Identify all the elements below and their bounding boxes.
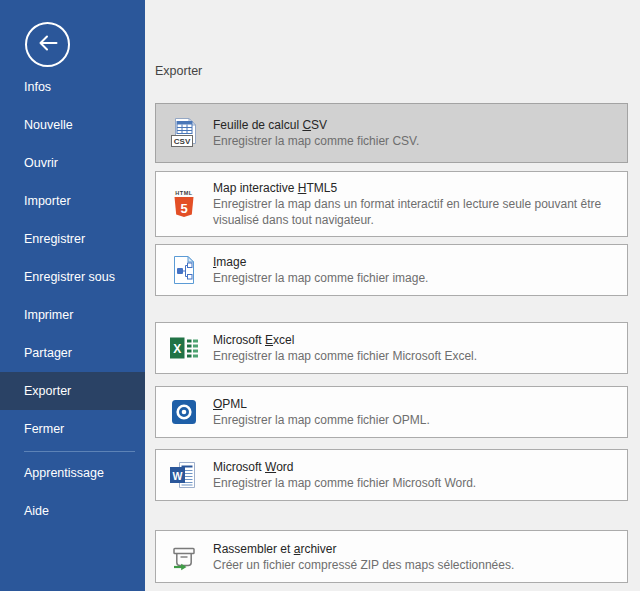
- back-arrow-icon: [35, 30, 61, 60]
- sidebar-nav: Infos Nouvelle Ouvrir Importer Enregistr…: [0, 68, 145, 530]
- html5-icon: HTML 5: [168, 188, 200, 220]
- sidebar-item-enregistrer-sous[interactable]: Enregistrer sous: [0, 258, 145, 296]
- image-export-icon: [168, 254, 200, 286]
- sidebar-item-partager[interactable]: Partager: [0, 334, 145, 372]
- archive-icon: [168, 541, 200, 573]
- sidebar-item-nouvelle[interactable]: Nouvelle: [0, 106, 145, 144]
- sidebar-item-exporter[interactable]: Exporter: [0, 372, 145, 410]
- export-option-image[interactable]: Image Enregistrer la map comme fichier i…: [155, 244, 628, 296]
- export-option-desc: Enregistrer la map dans un format intera…: [213, 196, 617, 228]
- export-option-title: Image: [213, 254, 428, 270]
- svg-text:5: 5: [180, 201, 187, 216]
- sidebar-item-importer[interactable]: Importer: [0, 182, 145, 220]
- svg-text:HTML: HTML: [175, 190, 193, 196]
- sidebar-divider: [24, 451, 135, 452]
- export-option-desc: Enregistrer la map comme fichier Microso…: [213, 348, 477, 364]
- sidebar-item-enregistrer[interactable]: Enregistrer: [0, 220, 145, 258]
- page-title: Exporter: [155, 64, 640, 79]
- export-option-excel[interactable]: X Microsoft Excel Enregistrer la map com…: [155, 322, 628, 374]
- excel-icon: X: [168, 332, 200, 364]
- export-option-title: Feuille de calcul CSV: [213, 117, 419, 133]
- sidebar-item-imprimer[interactable]: Imprimer: [0, 296, 145, 334]
- csv-file-icon: CSV: [168, 117, 200, 149]
- svg-text:W: W: [173, 470, 183, 482]
- export-option-html5[interactable]: HTML 5 Map interactive HTML5 Enregistrer…: [155, 171, 628, 237]
- sidebar-item-fermer[interactable]: Fermer: [0, 410, 145, 448]
- sidebar-item-ouvrir[interactable]: Ouvrir: [0, 144, 145, 182]
- sidebar-item-infos[interactable]: Infos: [0, 68, 145, 106]
- export-option-title: Map interactive HTML5: [213, 180, 617, 196]
- backstage-sidebar: Infos Nouvelle Ouvrir Importer Enregistr…: [0, 0, 145, 591]
- export-option-word[interactable]: W Microsoft Word Enregistrer la map comm…: [155, 449, 628, 501]
- export-option-desc: Créer un fichier compressé ZIP des maps …: [213, 557, 514, 573]
- export-option-title: Microsoft Word: [213, 459, 476, 475]
- sidebar-item-apprentissage[interactable]: Apprentissage: [0, 454, 145, 492]
- export-option-title: Rassembler et archiver: [213, 541, 514, 557]
- export-option-desc: Enregistrer la map comme fichier OPML.: [213, 412, 430, 428]
- export-options-list: CSV Feuille de calcul CSV Enregistrer la…: [155, 103, 640, 583]
- export-option-desc: Enregistrer la map comme fichier Microso…: [213, 475, 476, 491]
- svg-text:CSV: CSV: [174, 137, 191, 146]
- export-option-desc: Enregistrer la map comme fichier image.: [213, 270, 428, 286]
- export-option-title: Microsoft Excel: [213, 332, 477, 348]
- export-option-archive[interactable]: Rassembler et archiver Créer un fichier …: [155, 530, 628, 583]
- export-option-csv[interactable]: CSV Feuille de calcul CSV Enregistrer la…: [155, 103, 628, 163]
- sidebar-item-aide[interactable]: Aide: [0, 492, 145, 530]
- svg-text:X: X: [173, 342, 181, 356]
- export-option-desc: Enregistrer la map comme fichier CSV.: [213, 133, 419, 149]
- opml-icon: [168, 396, 200, 428]
- export-panel: Exporter CSV Feuille de calcu: [145, 0, 640, 591]
- export-option-opml[interactable]: OPML Enregistrer la map comme fichier OP…: [155, 386, 628, 438]
- back-button[interactable]: [25, 22, 70, 67]
- export-option-title: OPML: [213, 396, 430, 412]
- word-icon: W: [168, 459, 200, 491]
